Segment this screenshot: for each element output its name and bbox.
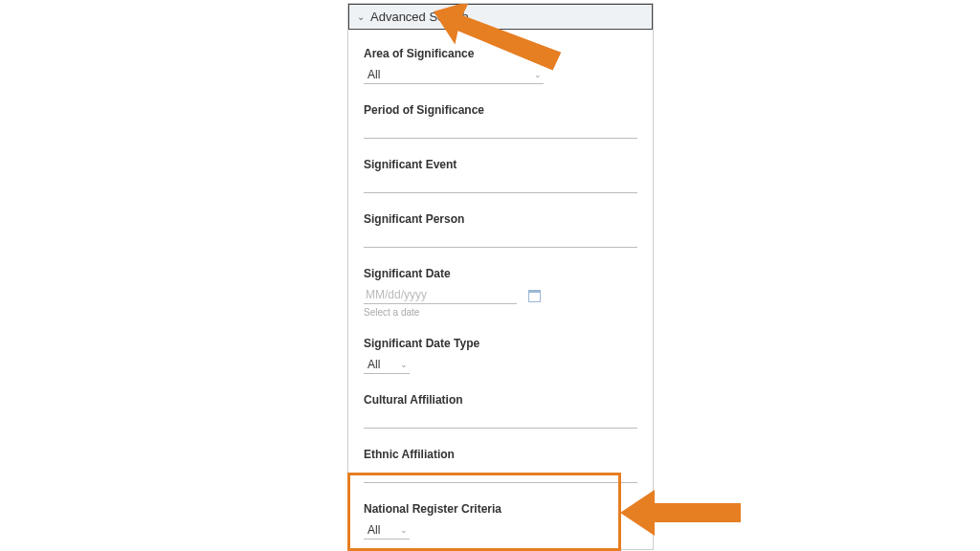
field-significant-person: Significant Person — [364, 212, 637, 248]
label-significant-date-type: Significant Date Type — [364, 337, 637, 350]
field-ethnic-affiliation: Ethnic Affiliation — [364, 448, 637, 483]
field-period-of-significance: Period of Significance — [364, 103, 637, 139]
label-significant-person: Significant Person — [364, 212, 637, 226]
select-value: All — [364, 358, 380, 371]
label-ethnic-affiliation: Ethnic Affiliation — [364, 448, 637, 461]
input-ethnic-affiliation[interactable] — [364, 466, 637, 483]
field-significant-event: Significant Event — [364, 158, 637, 193]
label-period-of-significance: Period of Significance — [364, 103, 637, 117]
label-cultural-affiliation: Cultural Affiliation — [364, 393, 637, 407]
field-cultural-affiliation: Cultural Affiliation — [364, 393, 637, 429]
date-placeholder: MM/dd/yyyy — [366, 288, 427, 301]
input-period-of-significance[interactable] — [364, 121, 637, 139]
annotation-arrow-right — [620, 486, 745, 540]
svg-marker-1 — [620, 490, 741, 536]
field-significant-date: Significant Date MM/dd/yyyy Select a dat… — [364, 267, 637, 318]
input-cultural-affiliation[interactable] — [364, 411, 637, 429]
input-significant-person[interactable] — [364, 231, 637, 248]
advanced-search-panel: ⌄ Advanced Search Area of Significance A… — [347, 3, 654, 550]
chevron-down-icon: ⌄ — [357, 11, 365, 22]
label-significant-date: Significant Date — [364, 267, 637, 280]
input-significant-event[interactable] — [364, 176, 637, 193]
chevron-down-icon: ⌄ — [400, 360, 410, 369]
label-significant-event: Significant Event — [364, 158, 637, 171]
annotation-arrow-top — [434, 4, 568, 71]
svg-marker-0 — [434, 4, 563, 71]
select-value: All — [364, 523, 380, 537]
field-significant-date-type: Significant Date Type All ⌄ — [364, 337, 637, 374]
helper-significant-date: Select a date — [364, 307, 637, 318]
chevron-down-icon: ⌄ — [400, 525, 410, 535]
select-national-register-criteria[interactable]: All ⌄ — [364, 520, 410, 540]
select-value: All — [364, 68, 380, 81]
calendar-icon[interactable] — [528, 290, 541, 302]
input-significant-date[interactable]: MM/dd/yyyy — [364, 285, 517, 304]
field-national-register-criteria: National Register Criteria All ⌄ — [364, 502, 637, 540]
panel-body: Area of Significance All ⌄ Period of Sig… — [348, 30, 653, 551]
chevron-down-icon: ⌄ — [534, 70, 544, 79]
select-significant-date-type[interactable]: All ⌄ — [364, 355, 410, 374]
label-national-register-criteria: National Register Criteria — [364, 502, 637, 516]
